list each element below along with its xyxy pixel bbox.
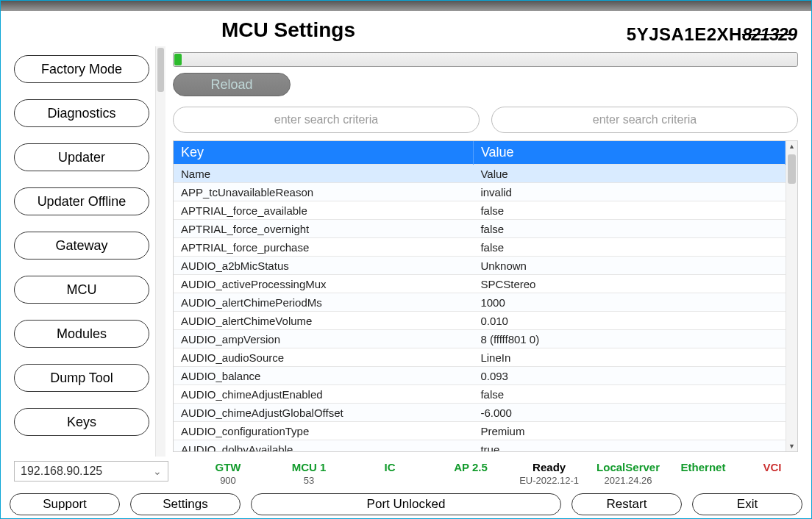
ip-value: 192.168.90.125	[21, 465, 102, 478]
cell-key: APTRIAL_force_overnight	[174, 220, 473, 238]
cell-value: Premium	[473, 422, 785, 440]
cell-value: 8 (fffff801 0)	[473, 330, 785, 348]
sidebar-scroll-thumb[interactable]	[157, 48, 164, 92]
status-bar: 192.168.90.125 ⌄ GTW900MCU 153ICAP 2.5 R…	[1, 457, 811, 489]
cell-value: -6.000	[473, 404, 785, 422]
app-content: MCU Settings 5YJSA1E2XH821329 Factory Mo…	[1, 11, 811, 518]
sidebar-nav: Factory ModeDiagnosticsUpdaterUpdater Of…	[1, 46, 155, 457]
cell-key: AUDIO_chimeAdjustEnabled	[174, 385, 473, 404]
table-scroll-thumb[interactable]	[788, 154, 796, 184]
sidebar-item-gateway[interactable]: Gateway	[14, 232, 149, 260]
sidebar-item-updater-offline[interactable]: Updater Offline	[14, 187, 149, 215]
cell-value: Unknown	[473, 257, 785, 275]
sidebar-item-modules[interactable]: Modules	[14, 320, 149, 348]
page-title: MCU Settings	[221, 18, 355, 42]
cell-key: AUDIO_configurationType	[174, 422, 473, 440]
app-window: MCU Settings 5YJSA1E2XH821329 Factory Mo…	[0, 0, 812, 519]
cell-value: false	[473, 201, 785, 220]
table-row[interactable]: AUDIO_audioSourceLineIn	[174, 348, 786, 367]
settings-button[interactable]: Settings	[130, 493, 241, 515]
table-row[interactable]: AUDIO_ampVersion8 (fffff801 0)	[174, 330, 786, 348]
cell-key: AUDIO_a2bMicStatus	[174, 257, 473, 275]
cell-key: AUDIO_activeProcessingMux	[174, 275, 473, 293]
cell-value: false	[473, 385, 785, 404]
table-row[interactable]: AUDIO_balance0.093	[174, 367, 786, 385]
cell-value: Value	[473, 165, 785, 183]
vin-obscured: 821329	[742, 24, 797, 44]
table-row[interactable]: AUDIO_chimeAdjustEnabledfalse	[174, 385, 786, 404]
status-gtw: GTW900	[202, 461, 254, 486]
table-row[interactable]: AUDIO_a2bMicStatusUnknown	[174, 257, 786, 275]
cell-value: true	[473, 440, 785, 452]
table-row[interactable]: APTRIAL_force_availablefalse	[174, 201, 786, 220]
table-row[interactable]: AUDIO_configurationTypePremium	[174, 422, 786, 440]
footer-bar: Support Settings Port Unlocked Restart E…	[1, 489, 811, 519]
ip-dropdown[interactable]: 192.168.90.125 ⌄	[14, 461, 168, 482]
search-value-input[interactable]: enter search criteria	[491, 107, 798, 133]
cell-key: AUDIO_balance	[174, 367, 473, 385]
sidebar-scrollbar[interactable]	[155, 46, 165, 457]
cell-value: 1000	[473, 293, 785, 312]
reload-button[interactable]: Reload	[173, 73, 291, 96]
sidebar-item-dump-tool[interactable]: Dump Tool	[14, 364, 149, 392]
chevron-down-icon: ⌄	[153, 465, 162, 477]
cell-key: AUDIO_alertChimeVolume	[174, 312, 473, 330]
status-sub: 900	[220, 475, 236, 486]
cell-key: AUDIO_alertChimePeriodMs	[174, 293, 473, 312]
status-sub: EU-2022.12-1	[519, 475, 579, 486]
sidebar-item-keys[interactable]: Keys	[14, 408, 149, 436]
status-localserver: LocalServer2021.24.26	[596, 461, 660, 486]
status-ic: IC	[364, 461, 416, 486]
cell-value: SPCStereo	[473, 275, 785, 293]
status-label: GTW	[216, 461, 241, 473]
cell-key: Name	[174, 165, 473, 183]
status-label: Ethernet	[681, 461, 726, 473]
status-label: IC	[385, 461, 396, 473]
status-ready: ReadyEU-2022.12-1	[519, 461, 579, 486]
status-label: AP 2.5	[454, 461, 488, 473]
sidebar-item-diagnostics[interactable]: Diagnostics	[14, 99, 149, 127]
cell-value: 0.093	[473, 367, 785, 385]
scroll-down-icon[interactable]: ▼	[788, 443, 795, 450]
table-row[interactable]: NameValue	[174, 165, 786, 183]
cell-value: 0.010	[473, 312, 785, 330]
vin-prefix: 5YJSA1E2XH	[627, 24, 742, 44]
cell-key: AUDIO_dolbyAvailable	[174, 440, 473, 452]
table-scrollbar[interactable]: ▲ ▼	[786, 141, 797, 451]
cell-value: invalid	[473, 183, 785, 201]
col-value[interactable]: Value	[473, 141, 785, 165]
vin-label: 5YJSA1E2XH821329	[627, 24, 797, 45]
search-key-input[interactable]: enter search criteria	[173, 107, 480, 133]
table-row[interactable]: AUDIO_alertChimeVolume0.010	[174, 312, 786, 330]
sidebar-item-factory-mode[interactable]: Factory Mode	[14, 55, 149, 83]
progress-bar	[173, 52, 798, 67]
status-ethernet: Ethernet	[677, 461, 729, 486]
support-button[interactable]: Support	[10, 493, 120, 515]
table-row[interactable]: AUDIO_activeProcessingMuxSPCStereo	[174, 275, 786, 293]
table-row[interactable]: AUDIO_dolbyAvailabletrue	[174, 440, 786, 452]
cell-value: false	[473, 220, 785, 238]
sidebar-item-updater[interactable]: Updater	[14, 143, 149, 171]
status-ap-2.5: AP 2.5	[445, 461, 496, 486]
status-vci: VCI	[747, 461, 798, 486]
table-row[interactable]: APTRIAL_force_overnightfalse	[174, 220, 786, 238]
status-sub: 53	[304, 475, 314, 486]
cell-key: AUDIO_chimeAdjustGlobalOffset	[174, 404, 473, 422]
table-row[interactable]: AUDIO_alertChimePeriodMs1000	[174, 293, 786, 312]
scroll-up-icon[interactable]: ▲	[788, 143, 795, 150]
exit-button[interactable]: Exit	[692, 493, 802, 515]
sidebar-item-mcu[interactable]: MCU	[14, 276, 149, 304]
status-mcu-1: MCU 153	[283, 461, 335, 486]
status-label: Ready	[533, 461, 566, 473]
port-status-button[interactable]: Port Unlocked	[251, 493, 561, 515]
restart-button[interactable]: Restart	[571, 493, 682, 515]
settings-table-wrap: Key Value NameValueAPP_tcUnavailableReas…	[173, 140, 798, 452]
col-key[interactable]: Key	[174, 141, 473, 165]
table-row[interactable]: AUDIO_chimeAdjustGlobalOffset-6.000	[174, 404, 786, 422]
cell-value: LineIn	[473, 348, 785, 367]
cell-key: APP_tcUnavailableReason	[174, 183, 473, 201]
table-row[interactable]: APTRIAL_force_purchasefalse	[174, 238, 786, 257]
window-titlebar	[1, 1, 811, 11]
table-row[interactable]: APP_tcUnavailableReasoninvalid	[174, 183, 786, 201]
main-panel: Reload enter search criteria enter searc…	[165, 46, 811, 457]
